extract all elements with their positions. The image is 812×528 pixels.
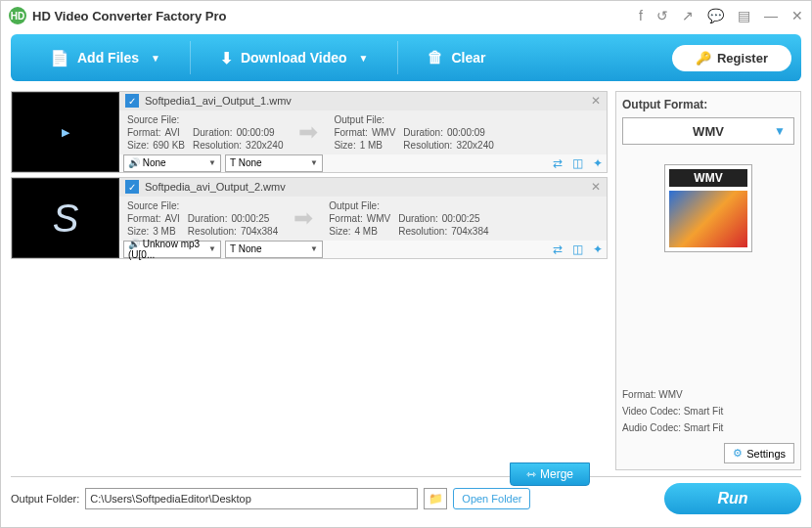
source-meta-2: Duration: 00:00:09 Resolution: 320x240	[193, 114, 283, 151]
file-name: Softpedia_avi_Output_2.wmv	[145, 181, 286, 193]
clear-label: Clear	[451, 50, 485, 66]
file-header: ✓ Softpedia_avi_Output_2.wmv ✕	[119, 178, 607, 197]
add-files-button[interactable]: 📄 Add Files ▼	[21, 34, 190, 81]
file-footer: 🔊 Unknow mp3 (U[0...▼ T None▼ ⇄ ◫ ✦	[119, 241, 607, 259]
settings-label: Settings	[746, 448, 786, 460]
file-body: Source File: Format: AVI Size: 3 MB Dura…	[119, 197, 607, 241]
send-icon[interactable]: ↗	[682, 8, 694, 23]
source-label: Source File:	[127, 114, 185, 125]
effects-icon[interactable]: ✦	[593, 242, 603, 256]
file-thumbnail[interactable]: S	[12, 178, 119, 258]
title-controls: f ↺ ↗ 💬 ▤ — ✕	[639, 8, 803, 23]
browse-button[interactable]: 📁	[424, 488, 447, 509]
output-meta: Output File: Format: WMV Size: 1 MB	[334, 114, 395, 151]
chevron-down-icon: ▼	[151, 53, 160, 64]
merge-icon: ⇿	[526, 467, 536, 481]
effects-icon[interactable]: ✦	[593, 156, 603, 170]
minimize-icon[interactable]: —	[764, 8, 778, 23]
format-thumb-label: WMV	[669, 169, 747, 187]
run-button[interactable]: Run	[664, 483, 801, 514]
menu-icon[interactable]: ▤	[738, 8, 750, 23]
file-checkbox[interactable]: ✓	[125, 94, 139, 108]
remove-file-button[interactable]: ✕	[591, 94, 601, 108]
chevron-down-icon: ▼	[774, 124, 786, 138]
add-files-label: Add Files	[77, 50, 139, 66]
format-select[interactable]: WMV ▼	[622, 117, 794, 145]
format-meta: Format: WMV Video Codec: Smart Fit Audio…	[622, 385, 794, 437]
undo-icon[interactable]: ↺	[656, 8, 668, 23]
register-label: Register	[717, 51, 768, 66]
output-folder-input[interactable]	[85, 488, 418, 509]
folder-icon: 📁	[429, 492, 443, 506]
settings-button[interactable]: ⚙ Settings	[724, 443, 794, 463]
output-format-panel: Output Format: WMV ▼ WMV Format: WMV Vid…	[615, 91, 801, 470]
output-folder-label: Output Folder:	[11, 493, 79, 505]
bottom-bar: ⇿ Merge Output Folder: 📁 Open Folder Run	[1, 476, 811, 521]
main-area: ▶ ✓ Softpedia1_avi_Output_1.wmv ✕ Source…	[1, 85, 811, 476]
output-format-title: Output Format:	[622, 98, 794, 111]
output-meta-2: Duration: 00:00:25 Resolution: 704x384	[398, 200, 488, 237]
titlebar: HD HD Video Converter Factory Pro f ↺ ↗ …	[1, 1, 811, 30]
file-actions: ⇄ ◫ ✦	[553, 242, 603, 256]
file-thumbnail[interactable]: ▶	[12, 92, 119, 172]
gear-icon: ⚙	[733, 447, 743, 460]
file-item: S ✓ Softpedia_avi_Output_2.wmv ✕ Source …	[11, 177, 608, 259]
file-footer: 🔊 None▼ T None▼ ⇄ ◫ ✦	[119, 154, 607, 173]
app-title: HD Video Converter Factory Pro	[32, 9, 226, 23]
file-checkbox[interactable]: ✓	[125, 180, 139, 194]
source-meta: Source File: Format: AVI Size: 690 KB	[127, 114, 185, 151]
merge-label: Merge	[540, 467, 573, 481]
subtitle-select[interactable]: T None▼	[225, 154, 323, 172]
arrow-icon: ➡	[298, 118, 318, 146]
source-meta: Source File: Format: AVI Size: 3 MB	[127, 200, 180, 237]
format-thumb-image	[669, 191, 747, 247]
file-body: Source File: Format: AVI Size: 690 KB Du…	[119, 110, 607, 154]
arrow-icon: ➡	[293, 204, 313, 232]
remove-file-button[interactable]: ✕	[591, 180, 601, 194]
comment-icon[interactable]: 💬	[707, 8, 724, 23]
main-toolbar: 📄 Add Files ▼ ⬇ Download Video ▼ 🗑 Clear…	[11, 34, 801, 81]
audio-track-select[interactable]: 🔊 None▼	[123, 154, 221, 172]
format-selected: WMV	[693, 124, 724, 139]
crop-icon[interactable]: ◫	[572, 242, 583, 256]
output-meta: Output File: Format: WMV Size: 4 MB	[329, 200, 390, 237]
register-button[interactable]: 🔑 Register	[672, 45, 791, 71]
download-label: Download Video	[241, 50, 347, 66]
shuffle-icon[interactable]: ⇄	[553, 156, 563, 170]
merge-button[interactable]: ⇿ Merge	[510, 462, 590, 486]
clear-button[interactable]: 🗑 Clear	[398, 34, 515, 81]
shuffle-icon[interactable]: ⇄	[553, 242, 563, 256]
download-icon: ⬇	[220, 49, 233, 67]
file-details: ✓ Softpedia_avi_Output_2.wmv ✕ Source Fi…	[119, 178, 607, 258]
format-thumbnail: WMV	[664, 164, 752, 252]
file-details: ✓ Softpedia1_avi_Output_1.wmv ✕ Source F…	[119, 92, 607, 172]
file-header: ✓ Softpedia1_avi_Output_1.wmv ✕	[119, 92, 607, 110]
file-actions: ⇄ ◫ ✦	[553, 156, 603, 170]
output-meta-2: Duration: 00:00:09 Resolution: 320x240	[403, 114, 493, 151]
file-name: Softpedia1_avi_Output_1.wmv	[145, 95, 292, 107]
file-list: ▶ ✓ Softpedia1_avi_Output_1.wmv ✕ Source…	[11, 91, 608, 470]
open-folder-button[interactable]: Open Folder	[453, 488, 530, 509]
app-logo: HD	[9, 7, 26, 24]
file-item: ▶ ✓ Softpedia1_avi_Output_1.wmv ✕ Source…	[11, 91, 608, 173]
source-meta-2: Duration: 00:00:25 Resolution: 704x384	[188, 200, 278, 237]
facebook-icon[interactable]: f	[639, 8, 643, 23]
trash-icon: 🗑	[428, 49, 443, 66]
run-label: Run	[717, 490, 747, 507]
audio-track-select[interactable]: 🔊 Unknow mp3 (U[0...▼	[123, 241, 221, 258]
add-files-icon: 📄	[50, 49, 69, 67]
close-icon[interactable]: ✕	[791, 8, 803, 23]
key-icon: 🔑	[696, 51, 711, 66]
crop-icon[interactable]: ◫	[572, 156, 583, 170]
subtitle-select[interactable]: T None▼	[225, 241, 323, 258]
chevron-down-icon: ▼	[359, 53, 369, 64]
output-label: Output File:	[334, 114, 395, 125]
download-video-button[interactable]: ⬇ Download Video ▼	[191, 34, 398, 81]
